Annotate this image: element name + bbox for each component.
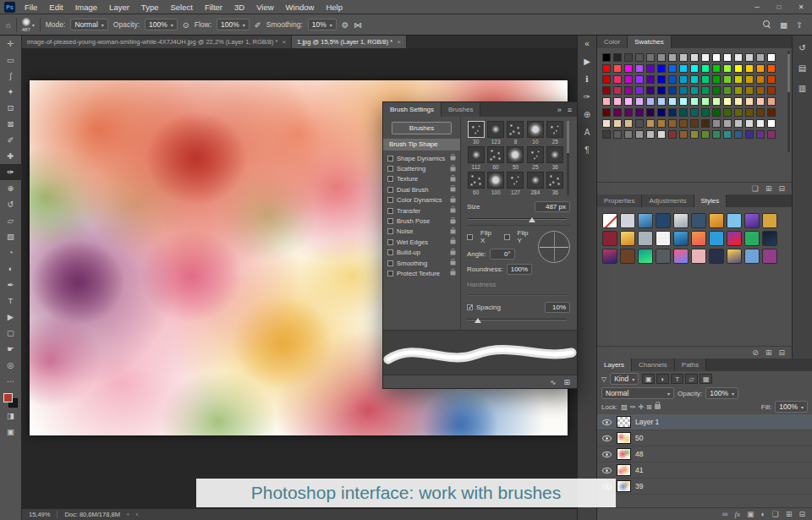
style-swatch[interactable] (744, 249, 760, 264)
brush-option-texture[interactable]: Texture (383, 174, 460, 184)
lock-icon[interactable] (451, 261, 456, 265)
color-swatch[interactable] (690, 130, 699, 139)
status-prev-icon[interactable]: ‹ (127, 511, 129, 518)
color-swatch[interactable] (701, 108, 710, 117)
color-swatch[interactable] (624, 75, 633, 84)
checkbox-icon[interactable] (387, 208, 393, 214)
checkbox-icon[interactable] (387, 176, 393, 182)
new-layer-icon[interactable]: ⊞ (786, 510, 793, 518)
tab-layers[interactable]: Layers (597, 359, 632, 371)
tool-marquee[interactable]: ▭ (0, 52, 22, 68)
color-swatch[interactable] (646, 53, 655, 62)
color-swatch[interactable] (734, 108, 743, 117)
lock-artboard-icon[interactable]: ⊞ (646, 403, 652, 411)
color-swatch[interactable] (712, 53, 721, 62)
scrollbar[interactable] (567, 121, 569, 195)
menu-3d[interactable]: 3D (228, 3, 250, 12)
style-swatch[interactable] (673, 213, 689, 228)
tool-clone-stamp[interactable]: ⊕ (0, 180, 22, 196)
color-swatch[interactable] (646, 97, 655, 106)
brush-option-dual-brush[interactable]: Dual Brush (383, 184, 460, 194)
navigator-panel-icon[interactable]: ▤ (798, 64, 806, 73)
lock-icon[interactable] (451, 271, 456, 276)
color-swatch[interactable] (646, 108, 655, 117)
tool-eyedropper[interactable]: ✐ (0, 132, 22, 148)
color-swatch[interactable] (745, 86, 754, 95)
collapse-panels-icon[interactable]: « (584, 40, 590, 48)
color-swatch[interactable] (767, 64, 776, 73)
mode-select[interactable]: Normal▾ (70, 19, 107, 30)
color-swatch[interactable] (635, 75, 644, 84)
style-swatch[interactable] (691, 249, 706, 264)
color-swatch[interactable] (679, 108, 688, 117)
color-swatch[interactable] (723, 108, 732, 117)
paint-symmetry-icon[interactable]: ⋈ (354, 20, 362, 30)
style-swatch[interactable] (656, 213, 671, 228)
color-swatch[interactable] (767, 108, 776, 117)
color-swatch[interactable] (613, 64, 622, 73)
brush-option-wet-edges[interactable]: Wet Edges (383, 237, 460, 247)
color-swatch[interactable] (767, 97, 776, 106)
menu-type[interactable]: Type (135, 3, 165, 12)
new-swatch-icon[interactable]: ⊞ (765, 184, 772, 193)
color-swatch[interactable] (602, 53, 611, 62)
checkbox-icon[interactable] (387, 249, 393, 255)
lock-icon[interactable] (451, 198, 456, 202)
paragraph-panel-icon[interactable]: ¶ (584, 146, 589, 155)
brushes-button[interactable]: Brushes (392, 122, 452, 134)
color-swatch[interactable] (701, 86, 710, 95)
style-swatch[interactable] (762, 249, 777, 264)
color-swatch[interactable] (723, 75, 732, 84)
color-swatch[interactable] (602, 97, 611, 106)
pressure-opacity-icon[interactable]: ⊙ (183, 20, 189, 30)
visibility-eye-icon[interactable] (601, 466, 612, 475)
delete-layer-icon[interactable]: ⊟ (798, 510, 805, 518)
color-chips[interactable] (3, 393, 18, 408)
checkbox-icon[interactable] (387, 197, 393, 203)
minimize-button[interactable]: ─ (746, 0, 768, 14)
link-layers-icon[interactable]: ∞ (722, 510, 727, 518)
workspace-switcher-icon[interactable]: ▦ (780, 20, 787, 30)
brush-preset[interactable]: 284 (526, 172, 544, 195)
color-swatch[interactable] (613, 53, 622, 62)
style-swatch[interactable] (602, 249, 617, 264)
brush-option-protect-texture[interactable]: Protect Texture (383, 268, 460, 278)
color-swatch[interactable] (734, 75, 743, 84)
color-swatch[interactable] (745, 97, 754, 106)
brush-option-noise[interactable]: Noise (383, 227, 460, 237)
color-swatch[interactable] (690, 75, 699, 84)
info-panel-icon[interactable]: ℹ (585, 75, 589, 84)
close-tab-icon[interactable]: × (397, 38, 401, 46)
brush-preset[interactable]: 25 (546, 121, 564, 145)
brush-preset[interactable]: 10 (526, 121, 544, 145)
brush-option-transfer[interactable]: Transfer (383, 205, 460, 216)
lock-icon[interactable] (451, 219, 456, 223)
maximize-button[interactable]: □ (768, 0, 790, 14)
color-swatch[interactable] (767, 130, 776, 139)
color-swatch[interactable] (624, 130, 633, 139)
color-swatch[interactable] (690, 64, 699, 73)
style-swatch[interactable] (638, 231, 653, 246)
zoom-level[interactable]: 15,49% (29, 511, 50, 518)
color-swatch[interactable] (734, 86, 743, 95)
color-swatch[interactable] (657, 86, 666, 95)
tab-paths[interactable]: Paths (675, 359, 706, 371)
style-swatch[interactable] (762, 231, 777, 246)
color-swatch[interactable] (712, 108, 721, 117)
color-swatch[interactable] (690, 108, 699, 117)
tool-path-selection[interactable]: ▶ (0, 309, 22, 325)
menu-view[interactable]: View (250, 3, 279, 12)
style-swatch[interactable] (744, 213, 760, 228)
color-swatch[interactable] (624, 97, 633, 106)
color-swatch[interactable] (646, 119, 655, 128)
color-swatch[interactable] (756, 53, 765, 62)
tab-styles[interactable]: Styles (694, 194, 727, 207)
style-swatch[interactable] (691, 231, 706, 246)
brush-tip-shape-item[interactable]: Brush Tip Shape (383, 139, 460, 151)
share-image-icon[interactable]: ⇧ (796, 20, 803, 30)
brush-preset[interactable]: 25 (526, 146, 544, 170)
tab-brushes[interactable]: Brushes (442, 102, 480, 117)
color-swatch[interactable] (646, 64, 655, 73)
color-swatch[interactable] (646, 86, 655, 95)
checkbox-icon[interactable] (387, 228, 393, 234)
